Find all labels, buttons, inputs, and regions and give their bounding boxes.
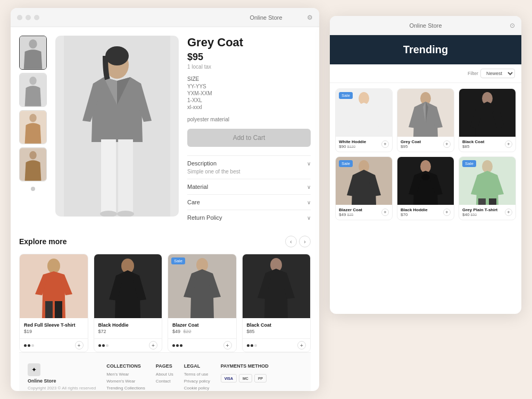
- thumbnail-2[interactable]: [19, 73, 47, 107]
- explore-card-1-name: Red Full Sleeve T-shirt: [24, 322, 84, 328]
- explore-card-1-add[interactable]: +: [75, 341, 84, 350]
- care-header[interactable]: Care ∨: [187, 199, 311, 205]
- window-bar: Online Store ⚙: [11, 8, 319, 27]
- trending-card-5[interactable]: Black Hoddie $70 +: [397, 156, 454, 220]
- return-title: Return Policy: [187, 214, 222, 221]
- explore-card-3-add[interactable]: +: [223, 341, 232, 350]
- explore-card-2-add[interactable]: +: [149, 341, 157, 350]
- explore-card-2[interactable]: Black Hoddie $72 +: [94, 254, 163, 352]
- main-product-window: Online Store ⚙: [11, 8, 319, 391]
- trending-card-2-info: Grey Coat $95 +: [397, 137, 454, 152]
- trending-card-6[interactable]: Sale Grey Plain T-shirt $40 $50: [459, 156, 516, 220]
- footer-trending[interactable]: Trending Collections: [106, 386, 145, 390]
- explore-card-3-old-price: $22: [184, 329, 192, 334]
- thumb-figure-4: [20, 148, 46, 181]
- rating-dot-8: [176, 344, 179, 347]
- trending-card-2[interactable]: Grey Coat $95 +: [397, 88, 454, 152]
- window-settings-icon[interactable]: ⚙: [307, 14, 313, 21]
- trending-card-5-add[interactable]: +: [443, 209, 451, 216]
- explore-section-header: Explore more ‹ ›: [19, 236, 311, 247]
- size-item-2[interactable]: YXM-XXM: [187, 90, 311, 96]
- explore-card-3[interactable]: Sale Blazer Coat $49 $22: [168, 254, 237, 352]
- explore-card-4[interactable]: Black Coat $85 +: [242, 254, 311, 352]
- rating-dot-4: [98, 344, 101, 347]
- collections-title: COLLECTIONS: [106, 363, 145, 369]
- footer-mens[interactable]: Men's Wear: [106, 372, 145, 377]
- footer-brand-section: ✦ Online Store Copyright 2023 © All righ…: [28, 363, 96, 391]
- trending-card-3-price: $85: [462, 144, 484, 149]
- filter-label: Filter: [468, 71, 478, 76]
- return-accordion[interactable]: Return Policy ∨: [187, 210, 311, 225]
- rating-dot-2: [28, 344, 30, 347]
- footer-privacy[interactable]: Privacy policy: [184, 379, 210, 384]
- trending-card-6-add[interactable]: +: [505, 209, 512, 216]
- footer-cookie[interactable]: Cookie policy: [184, 386, 210, 390]
- description-title: Description: [187, 160, 217, 167]
- rating-dot-11: [251, 344, 253, 347]
- main-product-image: [55, 36, 179, 217]
- thumbnail-dot: [31, 187, 35, 191]
- svg-rect-16: [45, 301, 53, 318]
- trending-card-3[interactable]: Black Coat $85 +: [459, 88, 516, 152]
- description-accordion[interactable]: Description ∨ Simple one of the best: [187, 155, 311, 179]
- trending-card-3-add[interactable]: +: [505, 140, 512, 148]
- explore-next-arrow[interactable]: ›: [299, 236, 311, 247]
- trending-card-1[interactable]: Sale White Hoddie $90 $120 +: [335, 88, 393, 152]
- add-to-cart-button[interactable]: Add to Cart: [187, 129, 311, 147]
- footer-contact[interactable]: Contact: [156, 379, 173, 384]
- trending-card-4[interactable]: Sale Blazer Coat $49 $25 +: [335, 156, 393, 220]
- size-list: YY-YYS YXM-XXM 1-XXL xl-xxxl: [187, 84, 311, 110]
- care-accordion[interactable]: Care ∨: [187, 194, 311, 210]
- return-header[interactable]: Return Policy ∨: [187, 214, 311, 221]
- trending-card-4-sale: Sale: [339, 160, 353, 167]
- trending-card-2-image: [397, 89, 454, 137]
- svg-point-5: [29, 114, 36, 122]
- trending-window-title: Online Store: [409, 22, 442, 29]
- rating-dot-9: [180, 344, 182, 347]
- trending-grid-row-1: Sale White Hoddie $90 $120 +: [335, 88, 516, 152]
- thumb-figure-1: [20, 36, 46, 69]
- explore-card-4-footer: +: [243, 338, 311, 352]
- footer-about[interactable]: About Us: [156, 372, 173, 377]
- thumbnail-4[interactable]: [19, 147, 47, 181]
- trending-card-2-add[interactable]: +: [443, 140, 451, 148]
- footer-terms[interactable]: Terms of use: [184, 372, 210, 377]
- size-item-4[interactable]: xl-xxxl: [187, 104, 311, 110]
- rating-dot-12: [254, 344, 257, 347]
- footer-collections: COLLECTIONS Men's Wear Women's Wear Tren…: [106, 363, 145, 391]
- window-controls: [17, 15, 39, 20]
- size-item-3[interactable]: 1-XXL: [187, 97, 311, 103]
- trending-card-2-price: $95: [401, 144, 421, 149]
- rating-dot-5: [102, 344, 105, 347]
- trending-card-1-add[interactable]: +: [381, 140, 389, 148]
- explore-title: Explore more: [19, 237, 66, 246]
- care-title: Care: [187, 199, 200, 205]
- material-header[interactable]: Material ∨: [187, 184, 311, 190]
- window-dot-1: [17, 15, 22, 20]
- description-header[interactable]: Description ∨: [187, 160, 311, 167]
- thumbnail-1[interactable]: [19, 36, 47, 70]
- explore-prev-arrow[interactable]: ‹: [285, 236, 297, 247]
- svg-point-1: [29, 39, 37, 48]
- explore-card-4-add[interactable]: +: [297, 341, 306, 350]
- filter-select[interactable]: Newest: [480, 69, 515, 78]
- explore-card-1[interactable]: Red Full Sleeve T-shirt $19 +: [19, 254, 88, 352]
- footer-womens[interactable]: Women's Wear: [106, 379, 145, 384]
- trending-card-4-old-price: $25: [347, 213, 354, 217]
- size-item-1[interactable]: YY-YYS: [187, 84, 311, 89]
- thumbnail-3[interactable]: [19, 110, 47, 144]
- trending-card-6-old-price: $50: [471, 213, 477, 217]
- trending-card-4-add[interactable]: +: [381, 209, 389, 216]
- trending-settings-icon[interactable]: ⊙: [510, 22, 515, 29]
- product-section: Grey Coat $95 1 local tax SIZE YY-YYS YX…: [19, 36, 311, 225]
- explore-nav-arrows: ‹ ›: [285, 236, 311, 247]
- svg-point-15: [47, 259, 60, 273]
- trending-card-3-image: [459, 89, 516, 137]
- thumb-figure-3: [20, 111, 46, 144]
- explore-card-4-price: $85: [247, 329, 306, 334]
- explore-card-3-footer: +: [168, 338, 236, 352]
- material-accordion[interactable]: Material ∨: [187, 179, 311, 194]
- explore-products-grid: Red Full Sleeve T-shirt $19 +: [19, 254, 311, 352]
- mc-icon: MC: [239, 374, 252, 383]
- trending-card-4-price: $49 $25: [339, 212, 362, 217]
